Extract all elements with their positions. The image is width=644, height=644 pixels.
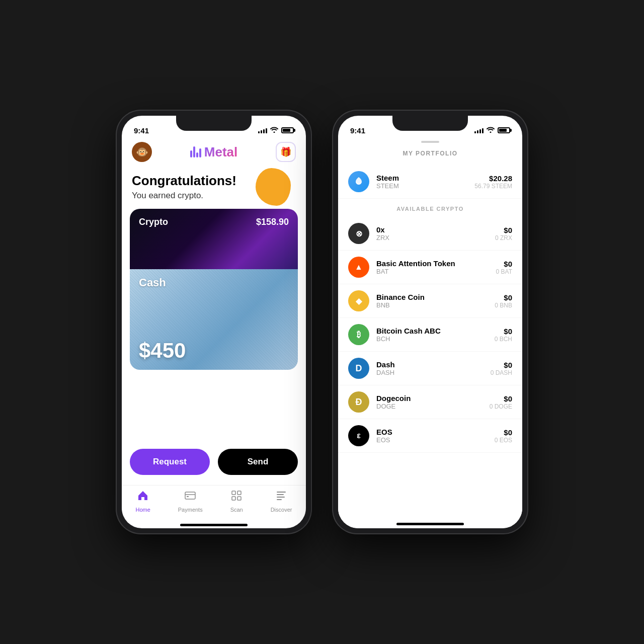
svg-rect-7	[277, 492, 286, 493]
tab-payments-label: Payments	[178, 507, 203, 513]
bch-info: Bitcoin Cash ABC BCH	[376, 327, 495, 343]
zrx-amount: 0 ZRX	[495, 234, 512, 242]
card-container: Crypto $158.90 Cash $450	[130, 209, 298, 370]
steem-usd: $20.28	[474, 174, 512, 183]
metal-logo: Metal	[190, 144, 237, 160]
bch-values: $0 0 BCH	[495, 327, 512, 343]
portfolio-item-steem[interactable]: Steem STEEM $20.28 56.79 STEEM	[338, 165, 522, 199]
metal-bars-icon	[190, 146, 201, 157]
discover-icon	[275, 490, 287, 505]
bch-coin-icon: ₿	[348, 324, 369, 345]
steem-name: Steem	[376, 174, 474, 182]
tab-discover-label: Discover	[271, 507, 292, 513]
portfolio-item-bat[interactable]: ▲ Basic Attention Token BAT $0 0 BAT	[338, 251, 522, 284]
dash-values: $0 0 DASH	[491, 361, 512, 376]
portfolio-item-zrx[interactable]: ⊗ 0x ZRX $0 0 ZRX	[338, 217, 522, 251]
dash-coin-icon: D	[348, 358, 369, 379]
phone-2: 9:41	[332, 110, 528, 534]
svg-rect-3	[232, 491, 235, 495]
bch-amount: 0 BCH	[495, 336, 512, 343]
battery-icon	[281, 127, 294, 133]
eos-coin-icon: ε	[348, 425, 369, 446]
crypto-amount: $158.90	[256, 217, 289, 227]
phone-1: 9:41	[116, 110, 312, 534]
request-button[interactable]: Request	[130, 449, 210, 475]
home-indicator-2	[396, 523, 464, 525]
notch-2	[392, 116, 468, 131]
zrx-values: $0 0 ZRX	[495, 226, 512, 242]
doge-symbol: DOGE	[376, 403, 490, 410]
tab-scan[interactable]: Scan	[230, 490, 243, 513]
svg-rect-10	[277, 499, 282, 500]
cash-label: Cash	[139, 276, 166, 289]
bnb-symbol: BNB	[376, 301, 495, 309]
bch-usd: $0	[495, 327, 512, 336]
send-button[interactable]: Send	[218, 449, 298, 475]
bat-usd: $0	[496, 260, 512, 268]
cash-card-bg: Cash $450	[130, 269, 298, 370]
phone1-content: 🐵 Metal 🎁 Congratul	[122, 138, 306, 528]
eos-usd: $0	[495, 428, 512, 437]
bat-symbol: BAT	[376, 268, 496, 275]
svg-rect-5	[232, 497, 235, 500]
gift-button[interactable]: 🎁	[276, 142, 296, 162]
scan-icon	[230, 490, 243, 505]
portfolio-item-doge[interactable]: Ð Dogecoin DOGE $0 0 DOGE	[338, 385, 522, 419]
tab-home[interactable]: Home	[135, 490, 150, 513]
steem-amount: 56.79 STEEM	[474, 183, 512, 190]
bat-coin-icon: ▲	[348, 257, 369, 278]
bnb-info: Binance Coin BNB	[376, 293, 495, 309]
cash-card: Cash $450	[130, 269, 298, 370]
bnb-values: $0 0 BNB	[495, 293, 512, 309]
eos-values: $0 0 EOS	[495, 428, 512, 444]
status-icons-1	[258, 127, 294, 134]
card-section: Crypto $158.90 Cash $450	[122, 209, 306, 439]
doge-usd: $0	[490, 394, 512, 403]
doge-info: Dogecoin DOGE	[376, 394, 490, 410]
steem-info: Steem STEEM	[376, 174, 474, 190]
bch-name: Bitcoin Cash ABC	[376, 327, 495, 335]
portfolio-item-bch[interactable]: ₿ Bitcoin Cash ABC BCH $0 0 BCH	[338, 318, 522, 352]
tab-home-label: Home	[135, 507, 150, 513]
portfolio-item-bnb[interactable]: ◆ Binance Coin BNB $0 0 BNB	[338, 284, 522, 318]
wifi-icon	[270, 127, 278, 134]
eos-amount: 0 EOS	[495, 437, 512, 444]
zrx-symbol: ZRX	[376, 234, 495, 242]
payments-icon	[184, 490, 196, 505]
svg-rect-6	[237, 497, 241, 500]
svg-rect-0	[185, 492, 195, 499]
status-icons-2	[474, 127, 510, 134]
available-crypto-title: AVAILABLE CRYPTO	[338, 199, 522, 217]
svg-rect-9	[277, 497, 285, 498]
doge-name: Dogecoin	[376, 394, 490, 403]
zrx-coin-icon: ⊗	[348, 223, 369, 244]
doge-values: $0 0 DOGE	[490, 394, 512, 410]
signal-icon-2	[474, 127, 484, 133]
metal-logo-text: Metal	[204, 144, 237, 160]
portfolio-item-dash[interactable]: D Dash DASH $0 0 DASH	[338, 352, 522, 385]
portfolio-item-eos[interactable]: ε EOS EOS $0 0 EOS	[338, 419, 522, 453]
tab-scan-label: Scan	[230, 507, 243, 513]
battery-icon-2	[498, 127, 510, 133]
phone2-content: MY PORTFOLIO Steem STEEM	[338, 138, 522, 528]
congrats-section: Congratulations! You earned crypto.	[122, 168, 306, 209]
doge-coin-icon: Ð	[348, 391, 369, 413]
crypto-label: Crypto	[139, 217, 168, 227]
tab-discover[interactable]: Discover	[271, 490, 292, 513]
bnb-amount: 0 BNB	[495, 302, 512, 309]
dash-usd: $0	[491, 361, 512, 369]
crypto-card-top: Crypto $158.90	[130, 209, 298, 274]
action-buttons: Request Send	[122, 439, 306, 485]
zrx-name: 0x	[376, 225, 495, 234]
eos-symbol: EOS	[376, 436, 495, 444]
steem-symbol: STEEM	[376, 182, 474, 190]
drag-handle	[421, 141, 439, 143]
tab-payments[interactable]: Payments	[178, 490, 203, 513]
bat-name: Basic Attention Token	[376, 259, 496, 268]
avatar[interactable]: 🐵	[132, 142, 152, 162]
notch-1	[176, 116, 252, 131]
svg-rect-8	[277, 494, 284, 495]
phones-container: 9:41	[116, 110, 528, 534]
tab-bar-1: Home Payments	[122, 485, 306, 521]
dash-name: Dash	[376, 360, 491, 369]
